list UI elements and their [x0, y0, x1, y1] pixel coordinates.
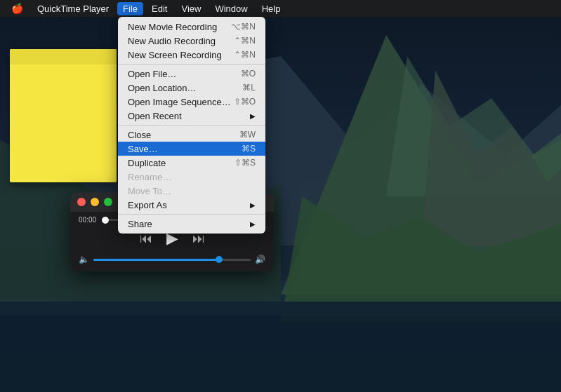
menu-item-label: Close: [128, 130, 151, 140]
menu-item-label: Open Image Sequence…: [128, 97, 231, 107]
submenu-arrow: ▶: [250, 112, 256, 120]
menu-item-label: Duplicate: [128, 158, 166, 168]
menubar-file[interactable]: File: [117, 2, 143, 15]
menubar-quicktime[interactable]: QuickTime Player: [32, 2, 114, 15]
menu-share[interactable]: Share ▶: [118, 217, 265, 231]
svg-marker-4: [386, 56, 561, 196]
svg-marker-7: [281, 196, 561, 323]
menu-move-to: Move To…: [118, 184, 265, 198]
menu-separator-1: [118, 64, 265, 65]
volume-icon: 🔈: [79, 255, 89, 264]
menu-item-label: Open Recent: [128, 111, 182, 121]
menu-item-shortcut: ⇧⌘O: [234, 97, 256, 107]
fullscreen-button[interactable]: [104, 198, 112, 206]
menu-item-shortcut: ⇧⌘S: [235, 158, 256, 168]
menu-item-label: Open File…: [128, 69, 176, 79]
menu-new-audio[interactable]: New Audio Recording ⌃⌘N: [118, 34, 265, 48]
menu-item-shortcut: ⌘S: [242, 144, 256, 154]
svg-rect-8: [0, 302, 561, 392]
volume-track[interactable]: [93, 259, 251, 261]
sticky-note-header: [10, 49, 117, 65]
time-current: 00:00: [79, 216, 101, 224]
menu-close[interactable]: Close ⌘W: [118, 128, 265, 142]
menu-item-shortcut: ⌥⌘N: [231, 22, 256, 32]
menu-item-label: Move To…: [128, 186, 171, 196]
sticky-note-widget: [10, 49, 117, 182]
menu-item-shortcut: ⌘L: [242, 83, 256, 93]
menu-item-label: New Audio Recording: [128, 36, 216, 46]
volume-thumb[interactable]: [216, 256, 223, 263]
menu-item-shortcut: ⌃⌘N: [234, 36, 256, 46]
svg-marker-5: [421, 70, 561, 245]
menu-export-as[interactable]: Export As ▶: [118, 198, 265, 212]
menubar: 🍎 QuickTime Player File Edit View Window…: [0, 0, 561, 17]
menu-item-label: Share: [128, 219, 152, 229]
progress-thumb[interactable]: [102, 217, 109, 224]
menu-item-label: Rename…: [128, 172, 171, 182]
submenu-arrow: ▶: [250, 220, 256, 228]
menu-item-shortcut: ⌘O: [241, 69, 256, 79]
menubar-window[interactable]: Window: [209, 2, 253, 15]
file-menu-dropdown: New Movie Recording ⌥⌘N New Audio Record…: [118, 17, 265, 234]
volume-max-icon: 🔊: [255, 255, 265, 264]
menubar-view[interactable]: View: [176, 2, 206, 15]
menu-open-recent[interactable]: Open Recent ▶: [118, 109, 265, 123]
apple-menu[interactable]: 🍎: [6, 3, 29, 14]
menu-item-label: Open Location…: [128, 83, 197, 93]
menu-save[interactable]: Save… ⌘S: [118, 142, 265, 156]
menu-open-location[interactable]: Open Location… ⌘L: [118, 81, 265, 95]
menu-rename: Rename…: [118, 170, 265, 184]
minimize-button[interactable]: [91, 198, 99, 206]
menu-item-label: New Screen Recording: [128, 50, 222, 60]
volume-fill: [93, 259, 219, 261]
menu-separator-2: [118, 125, 265, 126]
menu-item-label: New Movie Recording: [128, 22, 217, 32]
menubar-edit[interactable]: Edit: [146, 2, 173, 15]
menu-item-shortcut: ⌘W: [239, 130, 256, 140]
svg-marker-3: [281, 35, 561, 295]
menu-item-label: Export As: [128, 200, 167, 210]
menu-duplicate[interactable]: Duplicate ⇧⌘S: [118, 156, 265, 170]
svg-rect-9: [0, 302, 561, 316]
submenu-arrow: ▶: [250, 201, 256, 209]
menu-new-movie[interactable]: New Movie Recording ⌥⌘N: [118, 20, 265, 34]
volume-control[interactable]: 🔈 🔊: [79, 255, 265, 264]
menu-open-image-seq[interactable]: Open Image Sequence… ⇧⌘O: [118, 95, 265, 109]
menu-separator-3: [118, 214, 265, 215]
close-button[interactable]: [77, 198, 86, 206]
menu-new-screen[interactable]: New Screen Recording ⌃⌘N: [118, 48, 265, 62]
menu-open-file[interactable]: Open File… ⌘O: [118, 67, 265, 81]
svg-rect-1: [0, 281, 561, 392]
menu-item-shortcut: ⌃⌘N: [234, 50, 256, 60]
menu-item-label: Save…: [128, 144, 158, 154]
menubar-help[interactable]: Help: [256, 2, 286, 15]
